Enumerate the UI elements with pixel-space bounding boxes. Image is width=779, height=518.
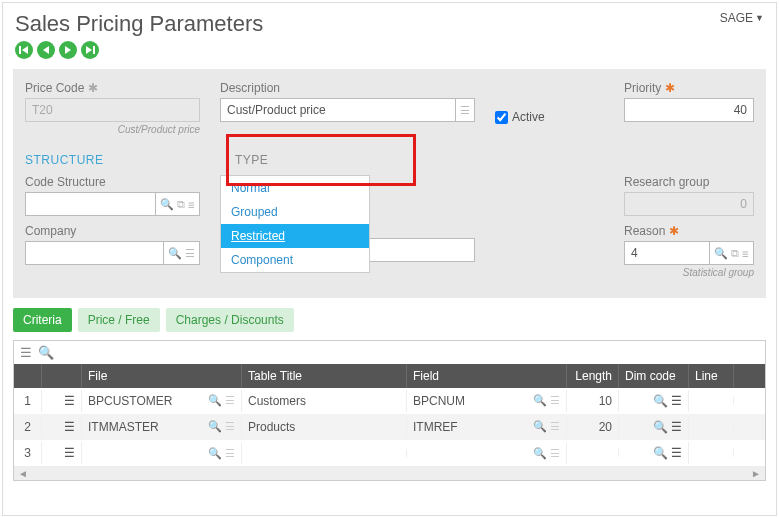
type-section-label: TYPE bbox=[235, 153, 268, 167]
code-structure-input[interactable] bbox=[25, 192, 156, 216]
price-code-label: Price Code ✱ bbox=[25, 81, 200, 95]
header-bar: Sales Pricing Parameters SAGE ▼ bbox=[3, 3, 776, 41]
nav-first-button[interactable] bbox=[15, 41, 33, 59]
brand-menu[interactable]: SAGE ▼ bbox=[720, 11, 764, 25]
reason-label: Reason ✱ bbox=[624, 224, 754, 238]
priority-label: Priority ✱ bbox=[624, 81, 754, 95]
criteria-grid: ☰ 🔍 File Table Title Field Length Dim co… bbox=[13, 340, 766, 481]
grid-body: 1 ☰ BPCUSTOMER🔍 ☰ Customers BPCNUM🔍 ☰ 10… bbox=[14, 388, 765, 466]
grid-search-icon[interactable]: 🔍 bbox=[38, 345, 54, 360]
grid-header-row: File Table Title Field Length Dim code L… bbox=[14, 364, 765, 388]
form-panel: Price Code ✱ Cust/Product price Descript… bbox=[13, 69, 766, 298]
svg-rect-0 bbox=[19, 46, 21, 54]
record-nav bbox=[3, 41, 776, 67]
company-input[interactable] bbox=[25, 241, 164, 265]
grid-settings-icon[interactable]: ☰ bbox=[20, 345, 32, 360]
svg-rect-1 bbox=[93, 46, 95, 54]
price-type-option[interactable]: Restricted bbox=[221, 224, 369, 248]
priority-input[interactable] bbox=[624, 98, 754, 122]
col-length[interactable]: Length bbox=[567, 364, 619, 388]
grid-toolbar: ☰ 🔍 bbox=[14, 341, 765, 364]
table-row[interactable]: 3 ☰ 🔍 ☰ 🔍 ☰ 🔍 ☰ bbox=[14, 440, 765, 466]
col-dim-code[interactable]: Dim code bbox=[619, 364, 689, 388]
col-table-title[interactable]: Table Title bbox=[242, 364, 407, 388]
company-actions[interactable]: 🔍 ☰ bbox=[164, 241, 200, 265]
nav-prev-button[interactable] bbox=[37, 41, 55, 59]
row-action-icon: ☰ bbox=[64, 394, 75, 408]
tab-charges-discounts[interactable]: Charges / Discounts bbox=[166, 308, 294, 332]
col-file[interactable]: File bbox=[82, 364, 242, 388]
table-row[interactable]: 2 ☰ ITMMASTER🔍 ☰ Products ITMREF🔍 ☰ 20 🔍… bbox=[14, 414, 765, 440]
price-code-helper: Cust/Product price bbox=[25, 124, 200, 135]
reason-input[interactable] bbox=[624, 241, 710, 265]
tab-criteria[interactable]: Criteria bbox=[13, 308, 72, 332]
description-actions[interactable]: ☰ bbox=[456, 98, 475, 122]
price-code-input bbox=[25, 98, 200, 122]
price-type-dropdown: Normal Grouped Restricted Component bbox=[220, 175, 370, 273]
tab-price-free[interactable]: Price / Free bbox=[78, 308, 160, 332]
description-label: Description bbox=[220, 81, 475, 95]
price-type-option[interactable]: Normal bbox=[221, 176, 369, 200]
research-group-label: Research group bbox=[624, 175, 754, 189]
col-line[interactable]: Line bbox=[689, 364, 734, 388]
horizontal-scrollbar[interactable]: ◄► bbox=[14, 466, 765, 480]
reason-helper: Statistical group bbox=[624, 267, 754, 278]
price-type-option[interactable]: Grouped bbox=[221, 200, 369, 224]
tabs-bar: Criteria Price / Free Charges / Discount… bbox=[13, 308, 766, 332]
structure-section-label: STRUCTURE bbox=[25, 153, 215, 167]
code-structure-label: Code Structure bbox=[25, 175, 200, 189]
row-action-icon: ☰ bbox=[64, 420, 75, 434]
table-row[interactable]: 1 ☰ BPCUSTOMER🔍 ☰ Customers BPCNUM🔍 ☰ 10… bbox=[14, 388, 765, 414]
active-label: Active bbox=[512, 110, 545, 124]
nav-next-button[interactable] bbox=[59, 41, 77, 59]
col-field[interactable]: Field bbox=[407, 364, 567, 388]
reason-actions[interactable]: 🔍 ⧉ ☰ bbox=[710, 241, 754, 265]
nav-last-button[interactable] bbox=[81, 41, 99, 59]
row-action-icon: ☰ bbox=[64, 446, 75, 460]
research-group-input bbox=[624, 192, 754, 216]
active-checkbox[interactable] bbox=[495, 111, 508, 124]
company-label: Company bbox=[25, 224, 200, 238]
chevron-down-icon: ▼ bbox=[755, 13, 764, 23]
page-title: Sales Pricing Parameters bbox=[15, 11, 263, 37]
page-root: Sales Pricing Parameters SAGE ▼ Price Co… bbox=[2, 2, 777, 516]
description-input[interactable] bbox=[220, 98, 456, 122]
code-structure-actions[interactable]: 🔍 ⧉ ☰ bbox=[156, 192, 200, 216]
price-type-option[interactable]: Component bbox=[221, 248, 369, 272]
